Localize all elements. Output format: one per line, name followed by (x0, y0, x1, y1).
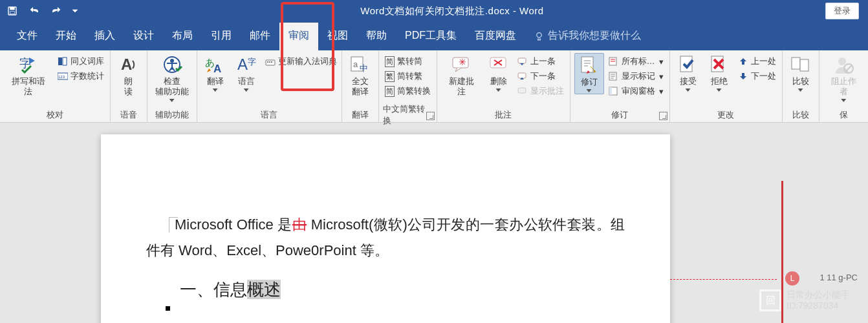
svg-text:A: A (121, 56, 132, 73)
svg-rect-33 (609, 87, 612, 95)
svg-text:A: A (213, 63, 221, 75)
reject-button[interactable]: 拒绝 (705, 53, 733, 93)
ribbon: 字 拼写和语法 同义词库 123 字数统计 校对 A 朗 读 (0, 50, 868, 123)
reviewing-pane-dropdown[interactable]: 审阅窗格▾ (607, 84, 666, 98)
group-accessibility: 检查 辅助功能 辅助功能 (147, 50, 197, 122)
qat-customize[interactable] (71, 4, 79, 18)
group-protect: 阻止作者 保 (819, 50, 868, 122)
show-markup-dropdown[interactable]: 显示标记▾ (607, 69, 666, 83)
document-workspace[interactable]: Microsoft Office 是由 Microsoft(微软)公司开发的一套… (0, 123, 868, 323)
svg-text:123: 123 (58, 75, 65, 79)
read-aloud-button[interactable]: A 朗 读 (114, 53, 143, 98)
tab-help[interactable]: 帮助 (357, 23, 396, 50)
svg-rect-36 (792, 57, 800, 69)
svg-rect-18 (269, 61, 270, 63)
svg-rect-2 (10, 12, 15, 14)
redo-button[interactable] (49, 4, 63, 18)
tab-home[interactable]: 开始 (47, 23, 85, 50)
group-compare: 比较 比较 (783, 50, 819, 122)
svg-rect-17 (267, 61, 268, 63)
svg-rect-19 (271, 61, 272, 63)
svg-point-3 (537, 33, 542, 38)
group-comments: ✳ 新建批注 删除 上一条 下一条 显示批注 批注 (437, 50, 570, 122)
tracked-deletion[interactable]: 由 (292, 216, 307, 233)
next-change-button[interactable]: 下一处 (736, 69, 778, 83)
comment-author-label: 1 11 g-PC (819, 273, 858, 282)
tab-insert[interactable]: 插入 (85, 23, 124, 50)
tab-file[interactable]: 文件 (8, 23, 47, 50)
thesaurus-button[interactable]: 同义词库 (56, 54, 106, 68)
check-accessibility-button[interactable]: 检查 辅助功能 (151, 53, 193, 103)
delete-comment-button[interactable]: 删除 (484, 53, 513, 93)
login-button[interactable]: 登录 (825, 3, 859, 19)
prev-change-button[interactable]: 上一处 (736, 54, 778, 68)
svg-rect-5 (58, 57, 62, 65)
next-comment-button[interactable]: 下一条 (515, 69, 566, 83)
svg-text:A: A (237, 56, 248, 73)
tab-baidu-netdisk[interactable]: 百度网盘 (466, 23, 525, 50)
group-changes: 接受 拒绝 上一处 下一处 更改 (670, 50, 783, 122)
watermark: 回 日常办公小能手 ID:79287034 (759, 289, 850, 311)
spelling-grammar-button[interactable]: 字 拼写和语法 (4, 53, 53, 98)
group-proofing: 字 拼写和语法 同义词库 123 字数统计 校对 (0, 50, 111, 122)
ribbon-tabs: 文件 开始 插入 设计 布局 引用 邮件 审阅 视图 帮助 PDF工具集 百度网… (0, 22, 868, 50)
block-authors-button[interactable]: 阻止作者 (823, 53, 864, 103)
svg-point-11 (170, 59, 174, 63)
group-speech: A 朗 读 语音 (111, 50, 147, 122)
heading-1[interactable]: 一、信息概述 (146, 276, 625, 303)
tab-mailings[interactable]: 邮件 (241, 23, 279, 50)
undo-button[interactable] (27, 4, 41, 18)
tell-me-box[interactable]: 告诉我你想要做什么 (525, 23, 650, 50)
svg-text:✳: ✳ (459, 57, 466, 67)
tab-design[interactable]: 设计 (124, 23, 163, 50)
tab-review[interactable]: 审阅 (279, 23, 318, 50)
tab-view[interactable]: 视图 (318, 23, 357, 50)
paragraph-1[interactable]: Microsoft Office 是由 Microsoft(微软)公司开发的一套… (146, 212, 625, 264)
svg-point-38 (838, 57, 846, 65)
svg-rect-6 (63, 57, 67, 65)
tab-references[interactable]: 引用 (202, 23, 241, 50)
tab-layout[interactable]: 布局 (163, 23, 202, 50)
document-page[interactable]: Microsoft Office 是由 Microsoft(微软)公司开发的一套… (101, 134, 670, 323)
svg-text:a: a (353, 59, 358, 69)
display-for-review-dropdown[interactable]: 所有标…▾ (607, 54, 666, 68)
svg-text:字: 字 (248, 57, 256, 67)
svg-rect-1 (10, 7, 15, 10)
group-chinese-conversion: 简繁转简 繁简转繁 简简繁转换 中文简繁转换 (379, 50, 437, 122)
svg-text:中: 中 (360, 63, 368, 73)
bullet-icon (166, 306, 170, 311)
selection-highlight[interactable]: 概述 (247, 280, 281, 299)
svg-rect-28 (518, 88, 526, 93)
translate-button[interactable]: あA 翻译 (201, 53, 230, 93)
word-count-button[interactable]: 123 字数统计 (56, 69, 106, 83)
tab-pdf-tools[interactable]: PDF工具集 (396, 23, 466, 50)
full-translate-button[interactable]: a中 全文 翻译 (346, 53, 374, 98)
save-button[interactable] (5, 4, 19, 18)
language-button[interactable]: A字 语言 (232, 53, 261, 93)
app-name: Word (519, 5, 544, 16)
accept-button[interactable]: 接受 (674, 53, 702, 93)
track-changes-button[interactable]: 修订 (574, 53, 604, 94)
tracking-launcher[interactable] (659, 112, 667, 120)
svg-rect-27 (518, 73, 526, 78)
svg-rect-29 (581, 57, 593, 72)
compare-button[interactable]: 比较 (787, 53, 815, 93)
svg-rect-37 (800, 59, 808, 71)
chinese-conversion-launcher[interactable] (426, 112, 435, 120)
group-tracking: 修订 所有标…▾ 显示标记▾ 审阅窗格▾ 修订 (570, 50, 670, 122)
doc-name: Word文档如何关闭文档批注.docx (360, 5, 510, 16)
update-ime-button[interactable]: 更新输入法词典 (263, 54, 339, 68)
prev-comment-button[interactable]: 上一条 (515, 54, 566, 68)
trad-to-simp-button[interactable]: 简繁转简 (383, 54, 433, 68)
show-comments-button[interactable]: 显示批注 (515, 84, 566, 98)
crop-mark-icon (169, 217, 178, 233)
watermark-logo-icon: 回 (759, 289, 781, 311)
simp-trad-convert-button[interactable]: 简简繁转换 (383, 84, 433, 98)
svg-rect-26 (518, 58, 526, 63)
simp-to-trad-button[interactable]: 繁简转繁 (383, 69, 433, 83)
tell-me-label: 告诉我你想要做什么 (548, 29, 641, 43)
comment-connector (670, 279, 777, 280)
new-comment-button[interactable]: ✳ 新建批注 (441, 53, 481, 98)
comment-avatar[interactable]: L (785, 271, 799, 286)
group-language: あA 翻译 A字 语言 更新输入法词典 语言 (197, 50, 342, 122)
